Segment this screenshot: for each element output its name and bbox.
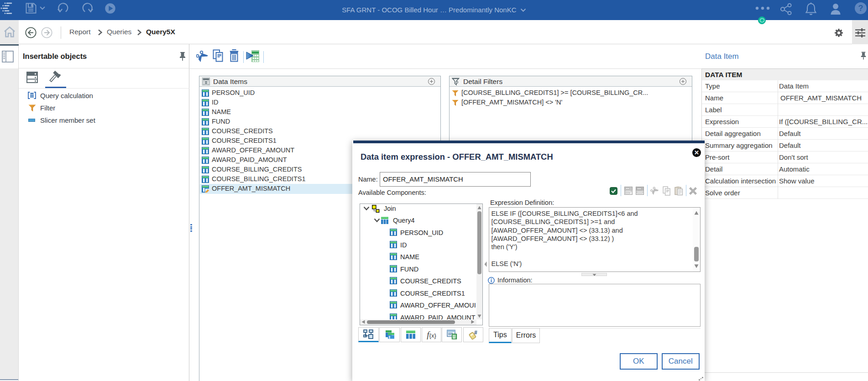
svg-text:?: ? — [858, 4, 863, 13]
svg-text:#: # — [474, 329, 477, 336]
